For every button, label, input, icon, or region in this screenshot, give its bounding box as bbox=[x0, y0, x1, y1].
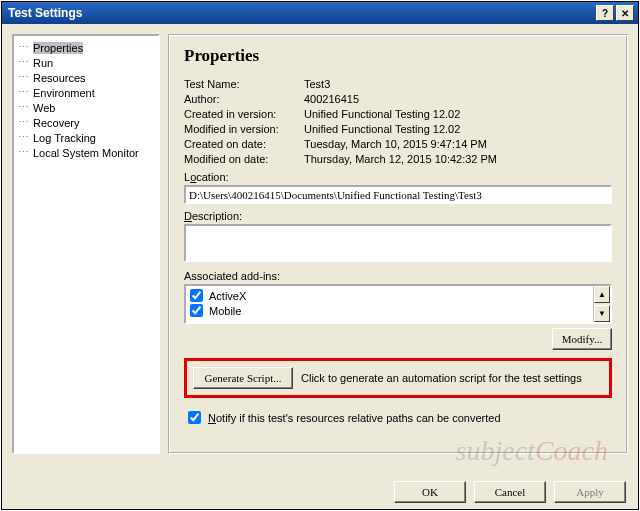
generate-highlight: Generate Script... Click to generate an … bbox=[184, 358, 612, 398]
titlebar: Test Settings ? ✕ bbox=[2, 2, 638, 24]
cancel-button[interactable]: Cancel bbox=[474, 481, 546, 503]
addins-scrollbar[interactable]: ▲ ▼ bbox=[593, 286, 610, 322]
scroll-down-icon[interactable]: ▼ bbox=[594, 305, 610, 322]
addin-checkbox-activex[interactable] bbox=[190, 289, 203, 302]
generate-hint: Click to generate an automation script f… bbox=[301, 372, 582, 384]
tree-item-properties[interactable]: ⋯Properties bbox=[16, 40, 156, 55]
notify-checkbox[interactable] bbox=[188, 411, 201, 424]
tree-item-recovery[interactable]: ⋯Recovery bbox=[16, 115, 156, 130]
dialog-buttons: OK Cancel Apply bbox=[394, 481, 626, 503]
location-label: Location: bbox=[184, 171, 612, 183]
description-field[interactable] bbox=[184, 224, 612, 262]
author-value: 400216415 bbox=[304, 93, 612, 105]
tree-item-log-tracking[interactable]: ⋯Log Tracking bbox=[16, 130, 156, 145]
addin-checkbox-mobile[interactable] bbox=[190, 304, 203, 317]
testname-label: Test Name: bbox=[184, 78, 304, 90]
createdver-value: Unified Functional Testing 12.02 bbox=[304, 108, 612, 120]
close-icon[interactable]: ✕ bbox=[616, 5, 634, 21]
modon-value: Thursday, March 12, 2015 10:42:32 PM bbox=[304, 153, 612, 165]
modify-button[interactable]: Modify... bbox=[552, 328, 612, 350]
addin-name: ActiveX bbox=[209, 290, 246, 302]
main-panel: Properties Test Name:Test3 Author:400216… bbox=[168, 34, 628, 454]
apply-button[interactable]: Apply bbox=[554, 481, 626, 503]
modver-value: Unified Functional Testing 12.02 bbox=[304, 123, 612, 135]
dialog-title: Test Settings bbox=[6, 6, 82, 20]
testname-value: Test3 bbox=[304, 78, 612, 90]
modver-label: Modified in version: bbox=[184, 123, 304, 135]
tree-item-web[interactable]: ⋯Web bbox=[16, 100, 156, 115]
tree-item-environment[interactable]: ⋯Environment bbox=[16, 85, 156, 100]
scroll-up-icon[interactable]: ▲ bbox=[594, 286, 610, 303]
addin-row[interactable]: Mobile bbox=[188, 303, 591, 318]
generate-script-button[interactable]: Generate Script... bbox=[193, 367, 293, 389]
addins-list: ActiveX Mobile ▲ ▼ bbox=[184, 284, 612, 324]
modon-label: Modified on date: bbox=[184, 153, 304, 165]
createdver-label: Created in version: bbox=[184, 108, 304, 120]
addins-label: Associated add-ins: bbox=[184, 270, 612, 282]
createdon-value: Tuesday, March 10, 2015 9:47:14 PM bbox=[304, 138, 612, 150]
panel-heading: Properties bbox=[184, 46, 612, 66]
createdon-label: Created on date: bbox=[184, 138, 304, 150]
tree-item-local-system-monitor[interactable]: ⋯Local System Monitor bbox=[16, 145, 156, 160]
addin-row[interactable]: ActiveX bbox=[188, 288, 591, 303]
nav-tree: ⋯Properties ⋯Run ⋯Resources ⋯Environment… bbox=[12, 34, 160, 454]
addin-name: Mobile bbox=[209, 305, 241, 317]
author-label: Author: bbox=[184, 93, 304, 105]
ok-button[interactable]: OK bbox=[394, 481, 466, 503]
description-label: Description: bbox=[184, 210, 612, 222]
notify-label: Notify if this test's resources relative… bbox=[208, 412, 501, 424]
tree-item-resources[interactable]: ⋯Resources bbox=[16, 70, 156, 85]
tree-item-run[interactable]: ⋯Run bbox=[16, 55, 156, 70]
location-field[interactable] bbox=[184, 185, 612, 204]
help-icon[interactable]: ? bbox=[596, 5, 614, 21]
